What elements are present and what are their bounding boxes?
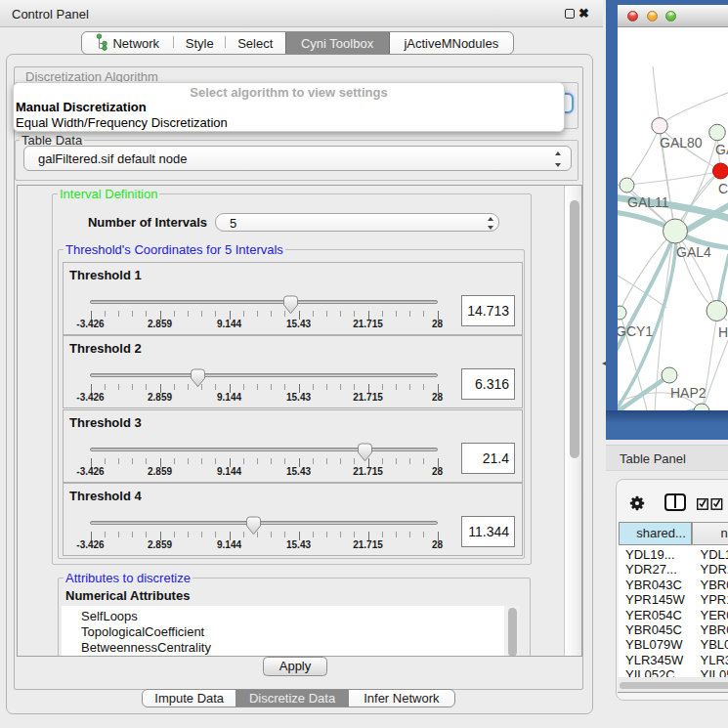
svg-text:C: C [718,181,728,196]
svg-text:GCY1: GCY1 [618,323,653,339]
svg-text:GAL4: GAL4 [676,244,711,260]
svg-text:GAL11: GAL11 [627,194,669,210]
svg-text:GAL80: GAL80 [660,135,703,150]
svg-text:GA: GA [715,142,728,157]
svg-text:HAP2: HAP2 [670,385,707,401]
svg-text:H: H [718,324,728,340]
